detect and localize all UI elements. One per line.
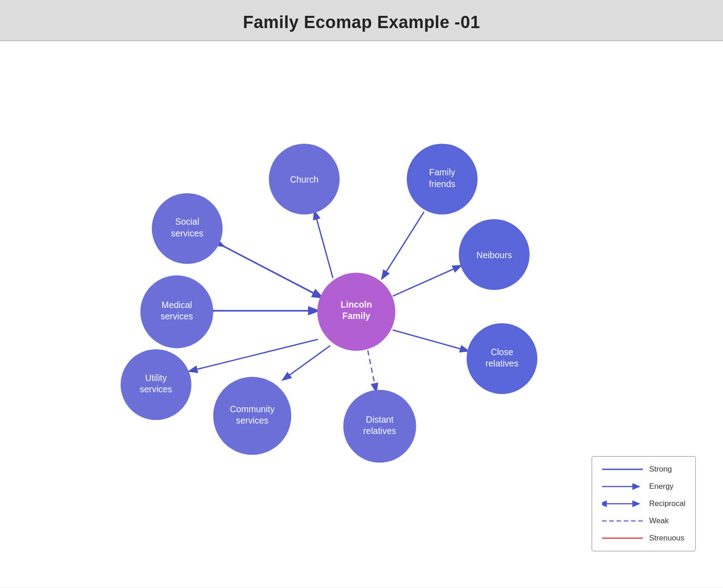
close-relatives-label-2: relatives: [486, 358, 519, 368]
line-family-friends: [382, 212, 424, 278]
distant-relatives-label-1: Distant: [366, 414, 394, 424]
legend-reciprocal-icon: [602, 500, 643, 508]
family-friends-label-2: friends: [429, 179, 456, 189]
line-church: [315, 212, 333, 278]
legend-energy: Energy: [602, 482, 685, 491]
legend: Strong Energy: [592, 456, 696, 551]
utility-services-label-1: Utility: [145, 373, 167, 383]
page-title: Family Ecomap Example -01: [0, 13, 723, 32]
line-neibours: [393, 266, 460, 296]
legend-energy-icon: [602, 482, 643, 491]
distant-relatives-label-2: relatives: [363, 426, 396, 436]
utility-services-label-2: services: [140, 384, 173, 394]
legend-weak-label: Weak: [649, 516, 669, 525]
legend-strenuous: Strenuous: [602, 534, 685, 543]
legend-strong: Strong: [602, 465, 685, 474]
legend-reciprocal: Reciprocal: [602, 499, 685, 508]
community-services-label-2: services: [236, 415, 269, 425]
line-distant-relatives: [368, 350, 376, 391]
medical-services-label-2: services: [160, 311, 193, 321]
neibours-label: Neibours: [477, 250, 512, 260]
church-label: Church: [290, 174, 318, 184]
center-label-2: Family: [342, 311, 371, 321]
legend-strenuous-label: Strenuous: [649, 534, 684, 543]
medical-services-label-1: Medical: [162, 300, 192, 310]
page-header: Family Ecomap Example -01: [0, 0, 723, 41]
social-services-label-2: services: [171, 228, 203, 238]
close-relatives-label-1: Close: [491, 347, 513, 357]
family-friends-label-1: Family: [429, 167, 455, 177]
legend-strong-label: Strong: [649, 465, 672, 474]
legend-energy-label: Energy: [649, 482, 674, 491]
legend-strenuous-icon: [602, 534, 643, 542]
line-utility-services: [190, 339, 318, 371]
line-community-services: [284, 346, 330, 380]
social-services-label-1: Social: [175, 217, 199, 227]
line-close-relatives: [393, 330, 468, 351]
legend-reciprocal-label: Reciprocal: [649, 499, 685, 508]
center-label-1: Lincoln: [341, 299, 372, 309]
main-area: Lincoln Family Church Family friends Soc…: [0, 41, 723, 588]
legend-weak-icon: [602, 517, 643, 525]
legend-strong-icon: [602, 465, 643, 473]
legend-weak: Weak: [602, 516, 685, 525]
community-services-label-1: Community: [230, 404, 275, 414]
line-social-services: [222, 246, 321, 297]
